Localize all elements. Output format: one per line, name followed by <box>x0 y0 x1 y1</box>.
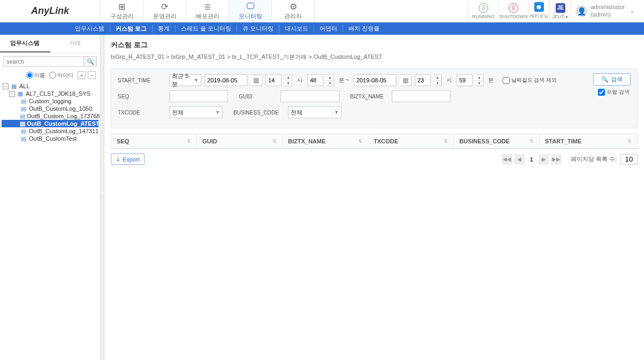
range-preset-select[interactable]: 최근 5분▼ <box>169 74 201 86</box>
subnav-queue[interactable]: 큐 모니터링 <box>237 25 279 33</box>
spinner-buttons[interactable]: ▲▼ <box>476 74 483 86</box>
min-to-input[interactable] <box>457 74 473 86</box>
include-cb[interactable] <box>598 89 605 96</box>
tree-leaf[interactable]: ▤ OutB_Custom_Log_173768 <box>2 112 99 120</box>
filter-row-ids: SEQ GUID BIZTX_NAME <box>118 90 631 102</box>
tree-leaf[interactable]: ▤ OutB_CustomLog_1050 <box>2 105 99 112</box>
spin-up-icon[interactable]: ▲ <box>285 75 292 81</box>
th-label: GUID <box>202 138 217 144</box>
status-shutdown[interactable]: 0 SHUTDOWN <box>498 0 528 22</box>
pager-last[interactable]: ▶▶ <box>551 154 562 165</box>
user-role: (admin) <box>590 11 625 18</box>
page-size-input[interactable] <box>620 154 638 165</box>
pager-next[interactable]: ▶ <box>539 154 549 165</box>
th-business-code[interactable]: BUSINESS_CODE⇅ <box>454 134 540 148</box>
sidebar-search: 🔍 <box>0 53 100 70</box>
nav-ops[interactable]: ⟳ 운영관리 <box>143 0 186 22</box>
radio-name[interactable] <box>26 72 33 79</box>
nav-label: 구성관리 <box>110 12 134 20</box>
calendar-icon[interactable]: ▦ <box>251 74 262 86</box>
nav-config[interactable]: ⊞ 구성관리 <box>101 0 143 22</box>
subnav-stats[interactable]: 통계 <box>153 25 176 33</box>
pager-current: 1 <box>526 156 537 163</box>
tree-leaf[interactable]: ▤ Custom_logging <box>2 97 99 105</box>
exclude-date-cb[interactable] <box>503 77 510 84</box>
unit-hour: 시 <box>297 76 302 84</box>
status-error[interactable]: ❶ 에러로드 <box>528 0 549 22</box>
splitter[interactable]: ⋮ <box>101 35 104 360</box>
sidebar-tab-biz[interactable]: 업무시스템 <box>0 35 50 52</box>
opt-name[interactable]: 이름 <box>26 72 45 79</box>
status-running[interactable]: 3 RUNNING <box>468 0 498 22</box>
export-button[interactable]: ⤓ Export <box>111 154 145 165</box>
nav-admin[interactable]: ⚙ 관리자 <box>272 0 315 22</box>
results-table: SEQ⇅ GUID⇅ BIZTX_NAME⇅ TXCODE⇅ BUSINESS_… <box>111 134 638 149</box>
collapse-all-button[interactable]: − <box>88 71 96 79</box>
subnav-customlog[interactable]: 커스텀 로그 <box>110 25 153 33</box>
content: 업무시스템 거래 🔍 이름 아이디 + − − ▦ ALL − ▦ AL7_CL… <box>0 35 644 360</box>
pager-prev[interactable]: ◀ <box>514 154 525 165</box>
date-from-input[interactable] <box>204 74 247 86</box>
spinner-buttons[interactable]: ▲▼ <box>327 74 334 86</box>
file-icon: ▤ <box>20 98 27 104</box>
sort-icon: ⇅ <box>272 139 277 144</box>
radio-id[interactable] <box>49 72 56 79</box>
subnav-batch[interactable]: 배치 진행률 <box>343 25 385 33</box>
subnav-adapter[interactable]: 어댑터 <box>314 25 343 33</box>
hour-from-input[interactable] <box>266 74 282 86</box>
breadcrumb: txGrp_R_ATEST_01 > txGrp_M_ATEST_01 > tx… <box>111 53 638 61</box>
tree-leaf-label: Custom_logging <box>29 98 72 104</box>
th-start-time[interactable]: START_TIME⇅ <box>540 134 637 148</box>
exclude-date-checkbox[interactable]: 날짜필드 검색 제외 <box>503 76 557 84</box>
spin-down-icon[interactable]: ▼ <box>434 81 441 86</box>
spin-up-icon[interactable]: ▲ <box>476 75 483 81</box>
tree-leaf-label: OutB_CustomLog_1050 <box>29 105 92 112</box>
tree-leaf[interactable]: ▤ OutB_CustomTest <box>2 135 99 142</box>
biztx-input[interactable] <box>392 90 451 102</box>
jeus-badge-icon: JE <box>556 3 565 13</box>
th-guid[interactable]: GUID⇅ <box>197 134 283 148</box>
expand-all-button[interactable]: + <box>78 71 86 79</box>
txcode-value: 전체 <box>172 109 184 117</box>
guid-input[interactable] <box>281 90 339 102</box>
sidebar-tab-tx[interactable]: 거래 <box>50 35 101 52</box>
tree-root[interactable]: − ▦ ALL <box>2 82 99 90</box>
tree-node-sys[interactable]: − ▦ AL7_CLST_JDK18_SYS <box>2 90 99 97</box>
subnav-threadpool[interactable]: 스레드 풀 모니터링 <box>176 25 237 33</box>
spinner-buttons[interactable]: ▲▼ <box>285 74 292 86</box>
txcode-select[interactable]: 전체▼ <box>169 106 223 118</box>
subnav-biz[interactable]: 업무시스템 <box>70 25 110 33</box>
nav-deploy[interactable]: ≣ 배포관리 <box>186 0 229 22</box>
nav-monitoring[interactable]: 🖵 모니터링 <box>229 0 272 22</box>
label-txcode: TXCODE <box>118 110 166 116</box>
calendar-icon[interactable]: ▦ <box>400 74 412 86</box>
th-biztx[interactable]: BIZTX_NAME⇅ <box>283 134 368 148</box>
opt-id[interactable]: 아이디 <box>49 72 73 79</box>
spin-down-icon[interactable]: ▼ <box>476 81 483 86</box>
monitor-icon: 🖵 <box>246 2 255 11</box>
spin-up-icon[interactable]: ▲ <box>434 75 441 81</box>
search-input[interactable] <box>3 56 84 67</box>
status-jeus[interactable]: JE JEUS ▸ <box>549 0 571 22</box>
tree-leaf-selected[interactable]: ▤ OutB_CustomLog_ATEST <box>2 120 99 127</box>
hour-to-input[interactable] <box>415 74 431 86</box>
tree-leaf[interactable]: ▤ OutB_CustomLog_147311 <box>2 127 99 135</box>
subnav-dashboard[interactable]: 대시보드 <box>279 25 314 33</box>
spin-down-icon[interactable]: ▼ <box>327 81 334 86</box>
tree-toggle-icon[interactable]: − <box>3 83 9 89</box>
spinner-buttons[interactable]: ▲▼ <box>434 74 442 86</box>
tree-toggle-icon[interactable]: − <box>9 91 15 97</box>
min-from-input[interactable] <box>307 74 323 86</box>
th-seq[interactable]: SEQ⇅ <box>111 134 197 148</box>
seq-input[interactable] <box>169 90 228 102</box>
include-search-checkbox[interactable]: 포함 검색 <box>598 88 630 96</box>
user-menu[interactable]: 👤 administrator (admin) ⌄ <box>571 0 644 22</box>
pager-first[interactable]: ◀◀ <box>502 154 512 165</box>
spin-down-icon[interactable]: ▼ <box>285 81 292 86</box>
search-icon[interactable]: 🔍 <box>84 56 97 67</box>
date-to-input[interactable] <box>354 74 397 86</box>
spin-up-icon[interactable]: ▲ <box>327 75 334 81</box>
business-code-select[interactable]: 전체▼ <box>288 106 342 118</box>
search-button[interactable]: 🔍 검색 <box>593 73 631 86</box>
th-txcode[interactable]: TXCODE⇅ <box>368 134 454 148</box>
